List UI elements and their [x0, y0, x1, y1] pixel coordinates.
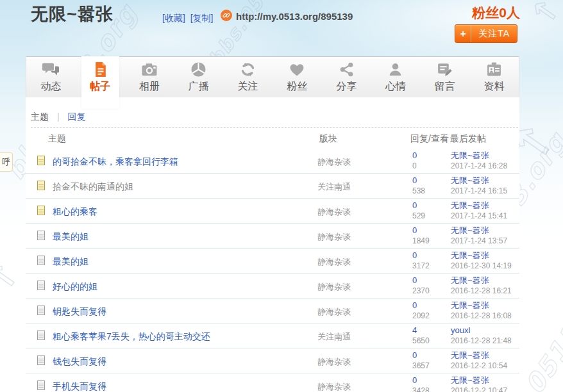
forum-link[interactable]: 关注南通: [317, 331, 351, 343]
forum-link[interactable]: 关注南通: [317, 181, 351, 193]
reply-view-cell: 01849: [412, 225, 430, 246]
chain-link-icon: [221, 10, 232, 21]
tab-label: 留言: [420, 80, 469, 94]
view-count: 3428: [412, 386, 430, 392]
thread-title-link[interactable]: 粗心乘客苹果7丢失，热心的哥主动交还: [53, 331, 210, 343]
forum-link[interactable]: 静海杂谈: [317, 256, 351, 268]
follow-arrows-icon: [223, 61, 273, 80]
thread-title-link[interactable]: 最美的姐: [53, 231, 88, 243]
tab-关注[interactable]: 关注: [223, 57, 273, 97]
reply-count-link[interactable]: 0: [412, 151, 417, 161]
follow-button[interactable]: + 关注TA: [455, 24, 517, 43]
thread-title-link[interactable]: 好心的的姐: [53, 281, 97, 293]
tab-留言[interactable]: 留言: [420, 57, 469, 97]
view-count: 538: [412, 186, 425, 196]
reply-view-cell: 03428: [412, 375, 430, 392]
last-post-cell: 无限~嚣张2016-12-28 16:08: [451, 300, 512, 321]
last-poster-link[interactable]: 无限~嚣张: [451, 300, 512, 311]
reply-count-link[interactable]: 0: [412, 225, 430, 236]
greeting-side-tab[interactable]: 呼: [0, 152, 13, 172]
plus-icon: +: [455, 26, 471, 42]
thread-row: 钥匙失而复得静海杂谈02092无限~嚣张2016-12-28 16:08: [26, 298, 519, 323]
thread-row: 的哥拾金不昧，乘客拿回行李箱静海杂谈00无限~嚣张2017-1-24 16:28: [26, 149, 519, 174]
thread-row: 粗心的乘客静海杂谈0529无限~嚣张2017-1-24 15:41: [26, 199, 519, 224]
thread-title-link[interactable]: 手机失而复得: [53, 381, 106, 392]
tab-分享[interactable]: 分享: [322, 57, 371, 97]
reply-count-link[interactable]: 0: [412, 250, 430, 261]
last-post-cell: 无限~嚣张2017-1-24 13:57: [451, 225, 507, 246]
subnav-divider-line: [31, 127, 518, 128]
thread-row: 手机失而复得静海杂谈03428无限~嚣张2016-12-2 10:47: [26, 373, 519, 392]
tab-相册[interactable]: 相册: [125, 57, 174, 97]
thread-document-icon: [37, 281, 45, 290]
thread-title-link[interactable]: 最美的姐: [53, 256, 88, 268]
thread-row: 最美的姐静海杂谈03172无限~嚣张2016-12-30 14:19: [26, 249, 519, 274]
view-count: 5650: [412, 336, 430, 346]
thread-row: 粗心乘客苹果7丢失，热心的哥主动交还关注南通45650youxl2016-12-…: [26, 323, 519, 348]
tab-粉丝[interactable]: 粉丝: [273, 57, 322, 97]
forum-link[interactable]: 静海杂谈: [317, 281, 351, 293]
tab-帖子[interactable]: 帖子: [76, 57, 125, 97]
last-poster-link[interactable]: 无限~嚣张: [451, 151, 507, 161]
forum-link[interactable]: 静海杂谈: [317, 206, 351, 218]
forum-link[interactable]: 静海杂谈: [317, 156, 351, 168]
thread-title-link[interactable]: 钱包失而复得: [53, 356, 106, 368]
tab-label: 动态: [26, 80, 76, 94]
thread-document-icon: [37, 181, 45, 190]
last-poster-link[interactable]: 无限~嚣张: [451, 225, 507, 236]
last-post-time: 2016-12-30 14:19: [451, 261, 512, 271]
last-post-cell: 无限~嚣张2017-1-24 16:15: [451, 176, 507, 196]
profile-url[interactable]: http://my.0513.org/895139: [236, 11, 353, 22]
reply-count-link[interactable]: 0: [412, 200, 425, 211]
view-count: 1849: [412, 236, 430, 246]
last-poster-link[interactable]: 无限~嚣张: [451, 375, 507, 386]
tab-label: 资料: [469, 80, 519, 94]
last-post-cell: 无限~嚣张2017-1-24 15:41: [451, 200, 507, 221]
fans-count: 粉丝0人: [472, 4, 520, 22]
favorite-link[interactable]: [收藏]: [162, 13, 185, 23]
thread-title-link[interactable]: 拾金不昧的南通的姐: [53, 181, 133, 193]
forum-link[interactable]: 静海杂谈: [317, 381, 351, 392]
reply-view-cell: 03172: [412, 250, 430, 271]
reply-count-link[interactable]: 4: [412, 325, 430, 336]
last-post-time: 2017-1-24 15:41: [451, 211, 507, 221]
thread-document-icon: [37, 256, 45, 265]
message-note-icon: [420, 61, 469, 80]
reply-count-link[interactable]: 0: [412, 350, 430, 361]
copy-link[interactable]: [复制]: [190, 13, 214, 23]
last-poster-link[interactable]: 无限~嚣张: [451, 275, 512, 286]
tab-动态[interactable]: 动态: [26, 57, 76, 97]
subnav-replies[interactable]: 回复: [67, 111, 85, 122]
reply-count-link[interactable]: 0: [412, 176, 425, 186]
thread-title-link[interactable]: 钥匙失而复得: [53, 306, 106, 318]
forum-link[interactable]: 静海杂谈: [317, 356, 351, 368]
reply-count-link[interactable]: 0: [412, 300, 430, 311]
watermark-arrow: ↖: [0, 254, 22, 300]
view-count: 3172: [412, 261, 430, 271]
last-poster-link[interactable]: 无限~嚣张: [451, 200, 507, 211]
last-poster-link[interactable]: 无限~嚣张: [451, 250, 512, 261]
view-count: 2092: [412, 311, 430, 321]
share-icon: [322, 61, 371, 80]
last-post-time: 2016-12-28 16:21: [451, 286, 512, 296]
thread-document-icon: [37, 380, 45, 390]
thread-row: 最美的姐静海杂谈01849无限~嚣张2017-1-24 13:57: [26, 224, 519, 249]
last-poster-link[interactable]: youxl: [451, 325, 512, 336]
last-poster-link[interactable]: 无限~嚣张: [451, 350, 507, 361]
camera-icon: [125, 61, 174, 80]
heart-icon: [273, 61, 322, 80]
profile-banner: 无限~嚣张 [收藏] [复制] http://my.0513.org/89513…: [0, 0, 563, 56]
reply-count-link[interactable]: 0: [412, 375, 430, 386]
thread-title-link[interactable]: 粗心的乘客: [53, 206, 97, 218]
forum-link[interactable]: 静海杂谈: [317, 231, 351, 243]
tab-心情[interactable]: 心情: [371, 57, 421, 97]
forum-link[interactable]: 静海杂谈: [317, 306, 351, 318]
thread-title-link[interactable]: 的哥拾金不昧，乘客拿回行李箱: [53, 156, 178, 168]
view-count: 0: [412, 161, 417, 171]
tab-资料[interactable]: 资料: [469, 57, 519, 97]
last-poster-link[interactable]: 无限~嚣张: [451, 176, 507, 186]
document-icon: [76, 61, 125, 80]
subnav-threads[interactable]: 主题: [31, 111, 49, 122]
tab-广播[interactable]: 广播: [174, 57, 223, 97]
reply-count-link[interactable]: 0: [412, 275, 430, 286]
